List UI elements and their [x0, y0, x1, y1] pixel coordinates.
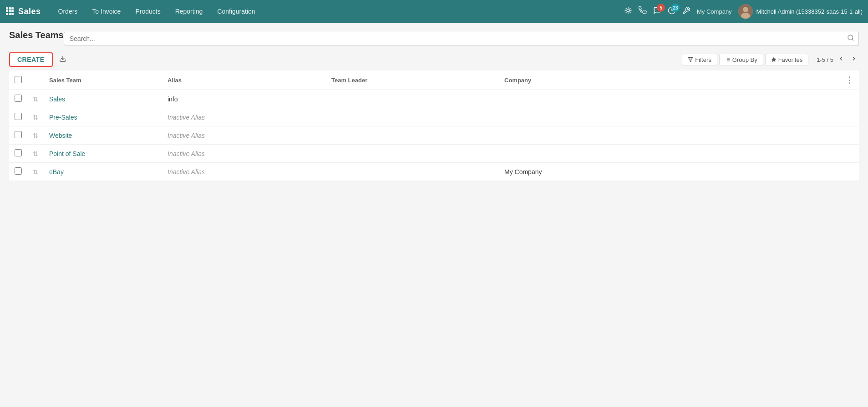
- header-sales-team[interactable]: Sales Team: [44, 70, 162, 90]
- select-all-checkbox[interactable]: [15, 76, 22, 83]
- team-name-link[interactable]: Pre-Sales: [49, 114, 77, 121]
- row-team-leader: [326, 126, 499, 145]
- row-drag-handle[interactable]: ⇅: [27, 90, 44, 108]
- row-team-leader: [326, 145, 499, 163]
- svg-rect-5: [11, 10, 14, 12]
- svg-rect-3: [6, 10, 8, 12]
- team-name-link[interactable]: Point of Sale: [49, 150, 85, 157]
- chat-icon[interactable]: 5: [653, 6, 661, 16]
- favorites-label: Favorites: [778, 56, 802, 63]
- row-checkbox[interactable]: [15, 149, 22, 156]
- row-checkbox-cell[interactable]: [9, 145, 27, 163]
- table-header-row: Sales Team Alias Team Leader Company ⋮: [9, 70, 859, 90]
- row-checkbox-cell[interactable]: [9, 108, 27, 126]
- svg-marker-24: [772, 57, 776, 62]
- pagination-text: 1-5 / 5: [817, 56, 833, 63]
- row-company: [499, 90, 840, 108]
- svg-rect-0: [6, 7, 8, 10]
- row-checkbox[interactable]: [15, 95, 22, 102]
- row-team-leader: [326, 108, 499, 126]
- row-company: My Company: [499, 163, 840, 181]
- row-team-name[interactable]: Website: [44, 126, 162, 145]
- header-actions[interactable]: ⋮: [840, 70, 859, 90]
- svg-point-12: [743, 7, 748, 12]
- company-value: My Company: [504, 168, 542, 176]
- header-alias[interactable]: Alias: [162, 70, 326, 90]
- wrench-icon[interactable]: [682, 6, 690, 16]
- topbar-icons: 5 23: [624, 6, 690, 16]
- row-team-name[interactable]: eBay: [44, 163, 162, 181]
- page-title: Sales Teams: [9, 30, 64, 40]
- row-team-name[interactable]: Point of Sale: [44, 145, 162, 163]
- row-team-name[interactable]: Sales: [44, 90, 162, 108]
- header-company[interactable]: Company: [499, 70, 840, 90]
- row-checkbox[interactable]: [15, 131, 22, 138]
- header-team-leader[interactable]: Team Leader: [326, 70, 499, 90]
- alias-value: Inactive Alias: [168, 132, 205, 139]
- filters-button[interactable]: Filters: [682, 54, 717, 66]
- nav-to-invoice[interactable]: To Invoice: [86, 4, 127, 19]
- nav-orders[interactable]: Orders: [52, 4, 84, 19]
- row-actions: [840, 90, 859, 108]
- row-company: [499, 126, 840, 145]
- pagination-next[interactable]: [849, 55, 859, 65]
- drag-icon[interactable]: ⇅: [33, 168, 38, 176]
- favorites-button[interactable]: Favorites: [765, 54, 808, 66]
- create-button[interactable]: CREATE: [9, 52, 53, 67]
- team-name-link[interactable]: eBay: [49, 168, 64, 176]
- phone-icon[interactable]: [639, 6, 647, 16]
- row-team-leader: [326, 90, 499, 108]
- search-wrap: [64, 32, 859, 45]
- svg-rect-1: [9, 7, 11, 10]
- nav-reporting[interactable]: Reporting: [169, 4, 209, 19]
- row-team-name[interactable]: Pre-Sales: [44, 108, 162, 126]
- row-checkbox-cell[interactable]: [9, 90, 27, 108]
- row-checkbox-cell[interactable]: [9, 163, 27, 181]
- top-section: Sales Teams: [9, 30, 859, 47]
- row-checkbox-cell[interactable]: [9, 126, 27, 145]
- drag-icon[interactable]: ⇅: [33, 114, 38, 121]
- header-select-all[interactable]: [9, 70, 27, 90]
- team-name-link[interactable]: Sales: [49, 95, 65, 103]
- user-menu[interactable]: Mitchell Admin (15338352-saas-15-1-all): [738, 4, 863, 19]
- row-company: [499, 145, 840, 163]
- svg-point-9: [627, 9, 629, 12]
- groupby-button[interactable]: Group By: [719, 54, 763, 66]
- pagination-area: 1-5 / 5: [817, 55, 859, 65]
- column-options-icon[interactable]: ⋮: [845, 75, 853, 85]
- row-checkbox[interactable]: [15, 167, 22, 175]
- filters-label: Filters: [695, 56, 711, 63]
- drag-icon[interactable]: ⇅: [33, 150, 38, 157]
- search-input[interactable]: [64, 32, 859, 45]
- drag-icon[interactable]: ⇅: [33, 95, 38, 103]
- clock-icon[interactable]: 23: [668, 6, 676, 16]
- row-alias: Inactive Alias: [162, 145, 326, 163]
- row-drag-handle[interactable]: ⇅: [27, 163, 44, 181]
- table-row: ⇅ Pre-Sales Inactive Alias: [9, 108, 859, 126]
- row-drag-handle[interactable]: ⇅: [27, 126, 44, 145]
- company-label[interactable]: My Company: [697, 8, 732, 15]
- chat-badge: 5: [657, 4, 665, 12]
- user-name: Mitchell Admin (15338352-saas-15-1-all): [756, 8, 863, 15]
- nav-products[interactable]: Products: [129, 4, 167, 19]
- svg-rect-2: [11, 7, 14, 10]
- sales-teams-table: Sales Team Alias Team Leader Company ⋮: [9, 70, 859, 181]
- nav-configuration[interactable]: Configuration: [211, 4, 261, 19]
- app-brand[interactable]: Sales: [18, 7, 41, 16]
- grid-icon[interactable]: [5, 7, 14, 16]
- search-icon[interactable]: [847, 34, 854, 43]
- drag-icon[interactable]: ⇅: [33, 132, 38, 139]
- row-checkbox[interactable]: [15, 113, 22, 120]
- alias-value: Inactive Alias: [168, 114, 205, 121]
- svg-point-14: [848, 35, 853, 40]
- row-drag-handle[interactable]: ⇅: [27, 145, 44, 163]
- clock-badge: 23: [671, 4, 680, 12]
- row-alias: Inactive Alias: [162, 126, 326, 145]
- team-name-link[interactable]: Website: [49, 132, 72, 139]
- download-button[interactable]: [56, 53, 70, 66]
- row-actions: [840, 145, 859, 163]
- bug-icon[interactable]: [624, 6, 632, 16]
- pagination-prev[interactable]: [836, 55, 846, 65]
- row-drag-handle[interactable]: ⇅: [27, 108, 44, 126]
- row-actions: [840, 163, 859, 181]
